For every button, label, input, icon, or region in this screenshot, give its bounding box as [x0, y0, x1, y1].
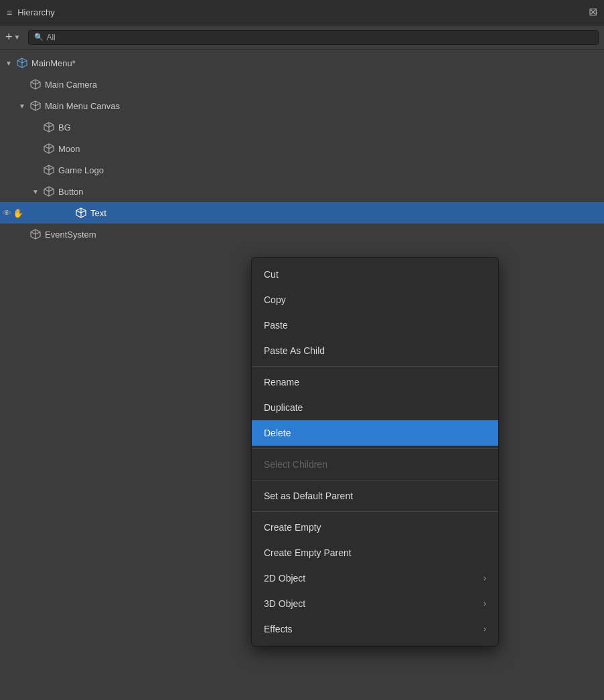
- menu-label-rename: Rename: [264, 377, 299, 387]
- item-label-eventsystem: EventSystem: [45, 230, 96, 240]
- item-label-gamelogo: Game Logo: [58, 165, 104, 175]
- menu-item-copy[interactable]: Copy: [252, 287, 498, 313]
- chevron-mainmenu: [5, 60, 13, 67]
- menu-label-copy: Copy: [264, 294, 286, 305]
- menu-item-delete[interactable]: Delete: [252, 420, 498, 446]
- context-menu: Cut Copy Paste Paste As Child Rename Dup…: [251, 257, 499, 646]
- menu-label-3d-object: 3D Object: [264, 598, 305, 609]
- item-label-mainmenu: MainMenu*: [31, 58, 76, 68]
- tree-item-mainmenu[interactable]: MainMenu*: [0, 52, 604, 74]
- tree-item-bg[interactable]: BG: [0, 116, 604, 138]
- search-placeholder: All: [46, 33, 55, 42]
- hierarchy-panel: MainMenu* Main Camera Main Menu Canvas B…: [0, 50, 604, 700]
- tree-item-eventsystem[interactable]: EventSystem: [0, 224, 604, 245]
- tree-item-gamelogo[interactable]: Game Logo: [0, 159, 604, 181]
- item-label-button: Button: [58, 187, 84, 197]
- search-bar[interactable]: 🔍 All: [28, 30, 599, 45]
- tree-item-button[interactable]: Button: [0, 181, 604, 202]
- chevron-button: [32, 188, 40, 195]
- menu-label-select-children: Select Children: [264, 459, 327, 470]
- cube-icon-maincamera: [29, 78, 42, 90]
- menu-item-duplicate[interactable]: Duplicate: [252, 395, 498, 420]
- menu-label-2d-object: 2D Object: [264, 573, 305, 584]
- cube-icon-bg: [43, 121, 55, 133]
- item-label-text: Text: [90, 208, 106, 218]
- cube-icon-text: [75, 207, 87, 219]
- menu-item-effects[interactable]: Effects ›: [252, 616, 498, 642]
- add-chevron-icon: ▼: [14, 33, 21, 41]
- arrow-2d-object: ›: [483, 574, 486, 583]
- menu-item-rename[interactable]: Rename: [252, 369, 498, 395]
- tree-item-text[interactable]: 👁 ✋ Text: [0, 202, 604, 224]
- separator-4: [252, 511, 498, 512]
- menu-item-select-children: Select Children: [252, 452, 498, 477]
- menu-label-paste: Paste: [264, 320, 288, 331]
- add-button[interactable]: + ▼: [5, 30, 20, 44]
- lock-icon[interactable]: ⊠: [589, 5, 597, 18]
- menu-label-cut: Cut: [264, 269, 279, 280]
- menu-item-cut[interactable]: Cut: [252, 262, 498, 287]
- tree-item-mainmenucanvas[interactable]: Main Menu Canvas: [0, 95, 604, 116]
- arrow-3d-object: ›: [483, 599, 486, 608]
- menu-label-effects: Effects: [264, 624, 293, 634]
- menu-item-paste[interactable]: Paste: [252, 313, 498, 338]
- hamburger-icon: ≡: [7, 7, 12, 18]
- menu-item-3d-object[interactable]: 3D Object ›: [252, 591, 498, 616]
- tree-item-moon[interactable]: Moon: [0, 138, 604, 159]
- chevron-mainmenucanvas: [19, 102, 27, 110]
- menu-label-delete: Delete: [264, 428, 291, 438]
- search-icon: 🔍: [34, 33, 44, 41]
- cube-icon-button: [43, 185, 55, 197]
- toolbar: + ▼ 🔍 All: [0, 25, 604, 50]
- eye-icon: 👁: [3, 208, 11, 218]
- cube-icon-moon: [43, 143, 55, 155]
- plus-icon: +: [5, 30, 13, 44]
- tree-item-maincamera[interactable]: Main Camera: [0, 74, 604, 95]
- item-label-mainmenucanvas: Main Menu Canvas: [45, 101, 120, 111]
- menu-label-set-default-parent: Set as Default Parent: [264, 491, 353, 501]
- row-icons: 👁 ✋: [3, 208, 23, 218]
- separator-1: [252, 366, 498, 367]
- header-bar: ≡ Hierarchy ⊠: [0, 0, 604, 25]
- menu-label-duplicate: Duplicate: [264, 402, 303, 413]
- menu-item-2d-object[interactable]: 2D Object ›: [252, 565, 498, 591]
- menu-label-paste-as-child: Paste As Child: [264, 345, 325, 356]
- menu-item-set-default-parent[interactable]: Set as Default Parent: [252, 483, 498, 509]
- cube-icon-gamelogo: [43, 164, 55, 176]
- hand-icon: ✋: [13, 208, 23, 218]
- menu-item-create-empty[interactable]: Create Empty: [252, 515, 498, 540]
- menu-label-create-empty: Create Empty: [264, 522, 321, 533]
- item-label-bg: BG: [58, 122, 71, 133]
- menu-label-create-empty-parent: Create Empty Parent: [264, 547, 352, 558]
- menu-item-create-empty-parent[interactable]: Create Empty Parent: [252, 540, 498, 565]
- separator-3: [252, 480, 498, 480]
- arrow-effects: ›: [483, 624, 486, 634]
- cube-icon-eventsystem: [29, 228, 42, 240]
- item-label-moon: Moon: [58, 144, 80, 154]
- menu-item-paste-as-child[interactable]: Paste As Child: [252, 338, 498, 363]
- panel-title: Hierarchy: [17, 7, 55, 17]
- cube-icon-mainmenucanvas: [29, 100, 42, 112]
- cube-icon-mainmenu: [16, 57, 28, 69]
- item-label-maincamera: Main Camera: [45, 80, 97, 90]
- separator-2: [252, 448, 498, 449]
